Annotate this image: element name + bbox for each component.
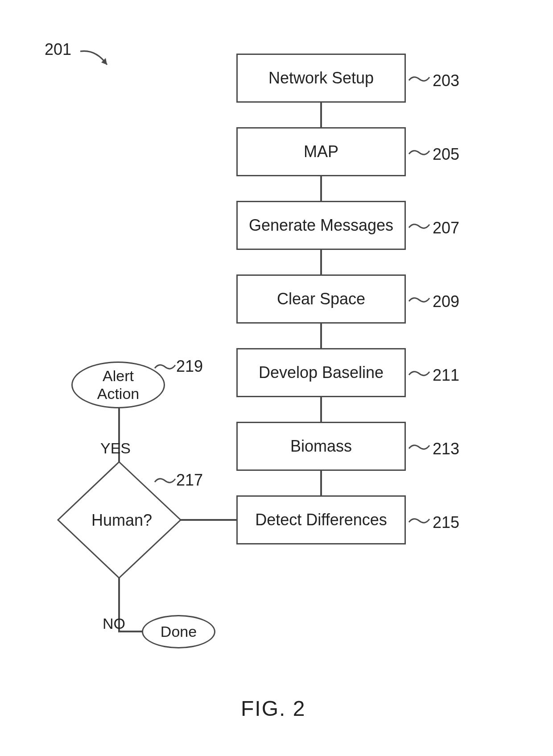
ref-211: 211 <box>433 366 459 385</box>
box-map: MAP <box>236 127 406 176</box>
tilde-213 <box>408 442 430 453</box>
connector-line <box>118 631 143 632</box>
terminator-label: Alert Action <box>97 367 140 402</box>
edge-yes: YES <box>100 440 131 457</box>
tilde-211 <box>408 368 430 379</box>
connector-line <box>320 324 322 348</box>
connector-line <box>320 471 322 495</box>
connector-line <box>320 397 322 422</box>
box-biomass: Biomass <box>236 422 406 471</box>
tilde-209 <box>408 295 430 306</box>
box-label: Biomass <box>290 437 352 456</box>
tilde-207 <box>408 221 430 232</box>
ref-205: 205 <box>433 145 459 164</box>
connector-line <box>178 519 236 521</box>
connector-line <box>320 250 322 274</box>
ref-217: 217 <box>176 471 203 490</box>
tilde-215 <box>408 515 430 527</box>
ref-213: 213 <box>433 440 459 458</box>
box-label: Network Setup <box>268 69 374 87</box>
box-network-setup: Network Setup <box>236 54 406 103</box>
box-label: Clear Space <box>277 290 365 308</box>
box-clear-space: Clear Space <box>236 274 406 324</box>
ref-203: 203 <box>433 71 459 90</box>
terminator-done: Done <box>142 615 215 648</box>
edge-no: NO <box>103 615 125 632</box>
tilde-203 <box>408 74 430 85</box>
figure-label: FIG. 2 <box>241 696 305 721</box>
ref-201: 201 <box>45 40 71 59</box>
connector-line <box>320 176 322 201</box>
box-generate-messages: Generate Messages <box>236 201 406 250</box>
box-label: Generate Messages <box>249 216 393 235</box>
box-label: MAP <box>304 142 338 161</box>
terminator-alert-action: Alert Action <box>71 361 165 408</box>
ref-209: 209 <box>433 292 459 311</box>
ref-219: 219 <box>176 357 203 376</box>
tilde-219 <box>154 361 176 373</box>
box-detect-differences: Detect Differences <box>236 495 406 544</box>
connector-line <box>320 103 322 127</box>
decision-label: Human? <box>91 511 152 530</box>
tilde-217 <box>154 475 176 486</box>
arrow-201 <box>78 45 118 76</box>
box-label: Detect Differences <box>255 511 387 529</box>
tilde-205 <box>408 147 430 158</box>
ref-207: 207 <box>433 219 459 237</box>
ref-215: 215 <box>433 513 459 532</box>
box-label: Develop Baseline <box>259 363 384 382</box>
terminator-label: Done <box>161 623 197 640</box>
box-develop-baseline: Develop Baseline <box>236 348 406 397</box>
